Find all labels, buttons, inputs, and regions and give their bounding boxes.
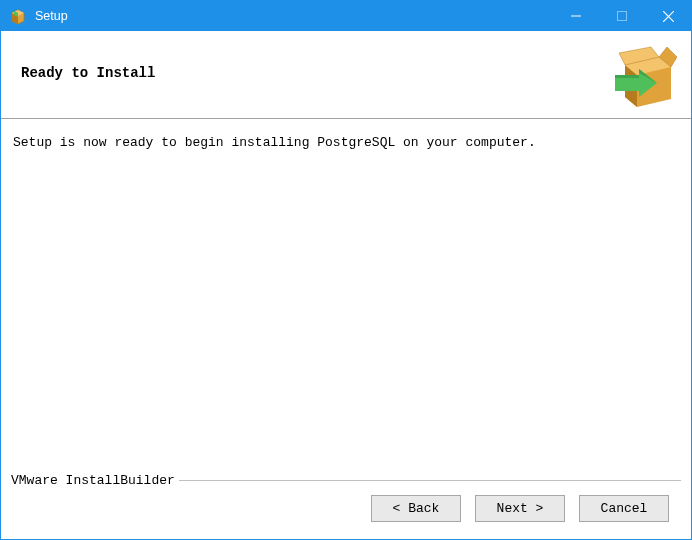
page-title: Ready to Install: [21, 65, 155, 81]
wizard-header: Ready to Install: [1, 31, 691, 119]
minimize-button[interactable]: [553, 1, 599, 31]
builder-label: VMware InstallBuilder: [11, 473, 179, 488]
footer-frame: VMware InstallBuilder < Back Next > Canc…: [11, 473, 681, 533]
maximize-button: [599, 1, 645, 31]
wizard-body: Setup is now ready to begin installing P…: [1, 119, 691, 473]
app-icon: [9, 7, 27, 25]
next-button[interactable]: Next >: [475, 495, 565, 522]
close-button[interactable]: [645, 1, 691, 31]
wizard-footer: VMware InstallBuilder < Back Next > Canc…: [1, 473, 691, 539]
setup-window: Setup Ready to Install: [0, 0, 692, 540]
back-button[interactable]: < Back: [371, 495, 461, 522]
install-box-icon: [611, 43, 677, 109]
svg-rect-15: [615, 75, 639, 78]
titlebar: Setup: [1, 1, 691, 31]
ready-message: Setup is now ready to begin installing P…: [13, 135, 679, 152]
button-row: < Back Next > Cancel: [371, 495, 669, 522]
svg-rect-5: [618, 12, 627, 21]
window-controls: [553, 1, 691, 31]
cancel-button[interactable]: Cancel: [579, 495, 669, 522]
window-title: Setup: [35, 9, 68, 23]
